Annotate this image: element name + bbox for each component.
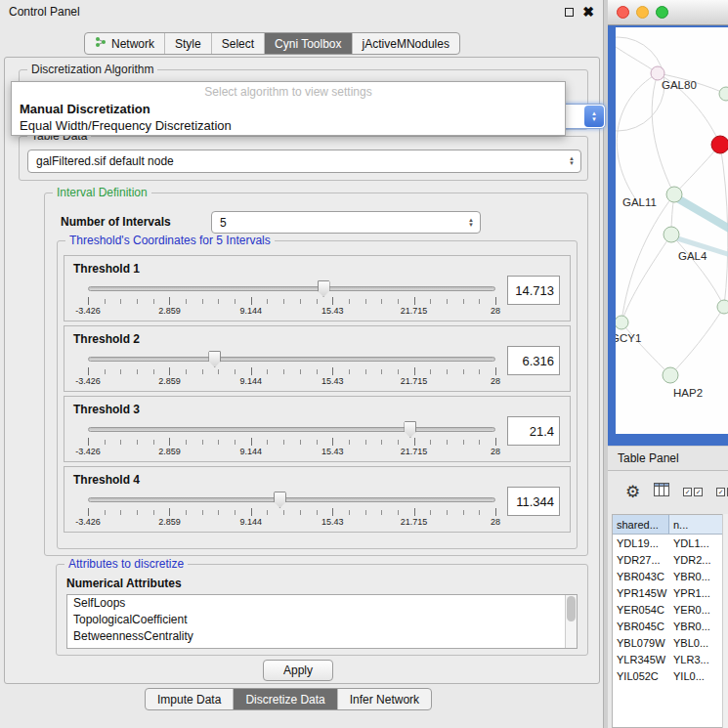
thresholds-group: Threshold's Coordinates for 5 Intervals …: [57, 240, 578, 549]
numerical-attributes-label: Numerical Attributes: [66, 577, 182, 590]
algorithm-combo[interactable]: ▲ ▼: [559, 104, 606, 129]
threshold-1-box: Threshold 1 -3.426 2.859 9.144 15.43 21: [64, 255, 571, 321]
threshold-1-value-field[interactable]: 14.713: [507, 276, 560, 305]
slider-ticks: [88, 299, 495, 304]
slider-scale: -3.426 2.859 9.144 15.43 21.715 28: [88, 376, 495, 387]
tab-select[interactable]: Select: [211, 33, 264, 54]
threshold-3-slider[interactable]: -3.426 2.859 9.144 15.43 21.715 28: [88, 424, 495, 455]
tab-jactivemnodules[interactable]: jActiveMNodules: [352, 33, 459, 54]
node-label: GAL4: [678, 250, 707, 262]
tab-discretize-data[interactable]: Discretize Data: [233, 689, 336, 709]
control-panel: Control Panel ✖ Network Style Select Cyn…: [0, 0, 604, 728]
table-row[interactable]: YDL19...YDL1...: [613, 535, 722, 551]
attributes-group-title: Attributes to discretize: [64, 557, 188, 572]
slider-ticks: [88, 369, 495, 374]
apply-button[interactable]: Apply: [263, 660, 333, 681]
node-gcy1[interactable]: [616, 316, 628, 329]
gear-icon[interactable]: ⚙: [625, 484, 640, 500]
float-window-icon: [565, 8, 574, 17]
control-panel-tabbar: Network Style Select Cyni Toolbox jActiv…: [84, 32, 460, 55]
node[interactable]: [717, 300, 728, 314]
checkbox-icon: ✓: [683, 488, 692, 496]
node-attribute-table: shared... n... YDL19...YDL1... YDR27...Y…: [612, 514, 722, 728]
column-header-name[interactable]: n...: [669, 515, 722, 534]
threshold-1-slider[interactable]: -3.426 2.859 9.144 15.43 21.715 28: [88, 283, 495, 315]
tab-infer-network[interactable]: Infer Network: [337, 689, 431, 709]
node-gal11[interactable]: [666, 187, 682, 202]
threshold-2-value-field[interactable]: 6.316: [507, 346, 560, 375]
threshold-3-box: Threshold 3 -3.426 2.859 9.144 15.43 21: [64, 396, 571, 462]
table-row[interactable]: YER054CYER0...: [613, 601, 722, 618]
slider-track[interactable]: [88, 427, 495, 432]
column-header-shared-name[interactable]: shared...: [613, 515, 669, 534]
slider-thumb[interactable]: [274, 492, 286, 508]
minimize-window-icon[interactable]: [636, 6, 649, 19]
node-label: GAL80: [662, 79, 697, 91]
combo-stepper-icon: ▲ ▼: [468, 212, 474, 233]
table-row[interactable]: YPR145WYPR1...: [613, 584, 722, 601]
scrollbar-thumb[interactable]: [567, 596, 576, 621]
slider-track[interactable]: [88, 286, 495, 291]
node-selected-red[interactable]: [711, 136, 728, 153]
interval-definition-group: Interval Definition Number of Intervals …: [44, 193, 588, 556]
node[interactable]: [719, 87, 728, 101]
table-row[interactable]: YIL052CYIL0...: [613, 667, 722, 684]
thick-edges: [671, 196, 728, 255]
table-panel-header: Table Panel: [608, 447, 728, 471]
threshold-2-slider[interactable]: -3.426 2.859 9.144 15.43 21.715 28: [88, 354, 495, 385]
node-hap2[interactable]: [663, 367, 678, 383]
tab-cyni-toolbox[interactable]: Cyni Toolbox: [264, 33, 351, 54]
table-row[interactable]: YLR345WYLR3...: [613, 651, 722, 667]
table-data-combo[interactable]: galFiltered.sif default node ▲ ▼: [27, 150, 581, 173]
threshold-4-box: Threshold 4 -3.426 2.859 9.144 15.43 21: [64, 466, 571, 533]
threshold-4-slider[interactable]: -3.426 2.859 9.144 15.43 21.715 28: [88, 494, 495, 526]
close-panel-button[interactable]: ✖: [582, 6, 594, 18]
close-window-icon[interactable]: [617, 6, 629, 19]
node-gal80[interactable]: [651, 66, 664, 80]
thresholds-group-title: Threshold's Coordinates for 5 Intervals: [65, 234, 275, 248]
list-item[interactable]: TopologicalCoefficient: [67, 612, 577, 628]
float-window-button[interactable]: [565, 8, 574, 17]
threshold-4-value-field[interactable]: 11.344: [507, 487, 560, 516]
slider-track[interactable]: [88, 357, 495, 362]
table-row[interactable]: YBR043CYBR0...: [613, 568, 722, 584]
arrow-down-icon: ▼: [569, 161, 575, 166]
node-label: GAL11: [622, 196, 657, 208]
select-checks-icon[interactable]: ✓ ✓: [716, 488, 728, 496]
network-canvas[interactable]: GAL80 GAL11 GAL4 GCY1 HAP2: [616, 27, 728, 434]
checkbox-icon: ✓: [716, 488, 725, 496]
table-row[interactable]: YBL079WYBL0...: [613, 634, 722, 651]
tab-impute-data[interactable]: Impute Data: [146, 689, 233, 709]
slider-track[interactable]: [88, 497, 495, 502]
threshold-3-value-field[interactable]: 21.4: [507, 416, 560, 446]
select-checks-icon[interactable]: ✓ ✓: [683, 488, 703, 496]
slider-thumb[interactable]: [318, 280, 330, 297]
tab-style[interactable]: Style: [164, 33, 211, 54]
list-item[interactable]: BetweennessCentrality: [67, 628, 577, 645]
tab-jactivemnodules-label: jActiveMNodules: [363, 37, 450, 51]
list-item[interactable]: SelfLoops: [67, 595, 577, 612]
table-toolbar: ⚙ ✓ ✓ ✓ ✓: [608, 476, 728, 507]
tab-network[interactable]: Network: [85, 33, 164, 54]
dropdown-option-equal-width-frequency[interactable]: Equal Width/Frequency Discretization: [12, 118, 565, 135]
columns-icon[interactable]: [654, 483, 669, 500]
control-panel-title: Control Panel: [9, 5, 556, 19]
network-window-titlebar: [608, 0, 728, 25]
combo-stepper-icon[interactable]: ▲ ▼: [584, 106, 604, 127]
slider-thumb[interactable]: [208, 351, 221, 367]
slider-thumb[interactable]: [404, 421, 416, 438]
number-of-intervals-combo[interactable]: 5 ▲ ▼: [211, 211, 481, 234]
zoom-window-icon[interactable]: [656, 6, 668, 19]
node-gal4[interactable]: [664, 227, 679, 242]
arrow-down-icon: ▼: [591, 116, 597, 122]
attributes-group: Attributes to discretize Numerical Attri…: [56, 564, 588, 656]
dropdown-option-manual-discretization[interactable]: Manual Discretization: [12, 102, 565, 118]
list-scrollbar[interactable]: [565, 595, 577, 648]
control-panel-titlebar: Control Panel ✖: [0, 0, 603, 23]
network-icon: [95, 36, 107, 51]
table-scrollbar[interactable]: [722, 514, 728, 728]
discretization-algorithm-group-title: Discretization Algorithm: [27, 63, 157, 77]
table-row[interactable]: YBR045CYBR0...: [613, 618, 722, 634]
interval-definition-title: Interval Definition: [53, 186, 151, 200]
table-row[interactable]: YDR27...YDR2...: [613, 551, 722, 568]
